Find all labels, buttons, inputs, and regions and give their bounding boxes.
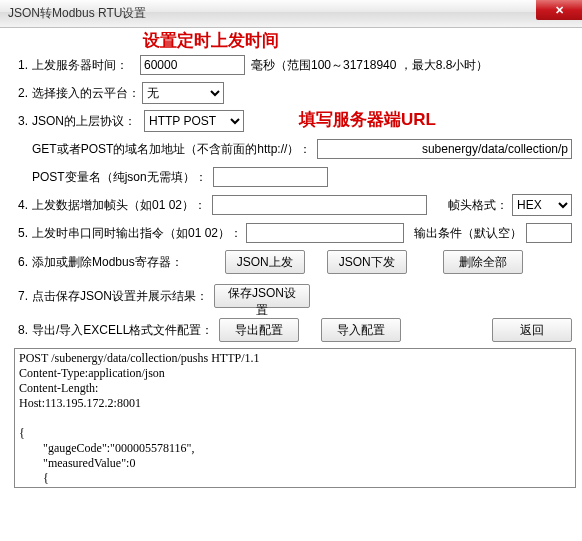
row8-num: 8. <box>10 323 28 337</box>
upload-interval-input[interactable] <box>140 55 245 75</box>
frame-header-input[interactable] <box>212 195 427 215</box>
cloud-platform-select[interactable]: 无 <box>142 82 224 104</box>
row-url: GET或者POST的域名加地址（不含前面的http://）： <box>10 138 572 160</box>
content-area: 设置定时上发时间 填写服务器端URL 1. 上发服务器时间： 毫秒（范围100～… <box>0 28 582 494</box>
row-upload-interval: 1. 上发服务器时间： 毫秒（范围100～31718940 ，最大8.8小时） <box>10 54 572 76</box>
json-download-button[interactable]: JSON下发 <box>327 250 407 274</box>
row6-label: 添加或删除Modbus寄存器： <box>32 254 183 271</box>
back-button[interactable]: 返回 <box>492 318 572 342</box>
row1-num: 1. <box>10 58 28 72</box>
export-config-button[interactable]: 导出配置 <box>219 318 299 342</box>
post-var-label: POST变量名（纯json无需填）： <box>32 169 207 186</box>
url-input[interactable] <box>317 139 572 159</box>
row5-label: 上发时串口同时输出指令（如01 02）： <box>32 225 242 242</box>
delete-all-button[interactable]: 删除全部 <box>443 250 523 274</box>
window-title: JSON转Modbus RTU设置 <box>8 5 146 22</box>
output-cond-input[interactable] <box>526 223 572 243</box>
row-excel-io: 8. 导出/导入EXCELL格式文件配置： 导出配置 导入配置 返回 <box>10 318 572 342</box>
import-config-button[interactable]: 导入配置 <box>321 318 401 342</box>
http-preview[interactable]: POST /subenergy/data/collection/pushs HT… <box>14 348 576 488</box>
row-post-varname: POST变量名（纯json无需填）： <box>10 166 572 188</box>
save-json-button[interactable]: 保存JSON设置 <box>214 284 310 308</box>
close-icon: ✕ <box>555 4 564 17</box>
row3-num: 3. <box>10 114 28 128</box>
row4-label: 上发数据增加帧头（如01 02）： <box>32 197 206 214</box>
row1-label: 上发服务器时间： <box>32 57 128 74</box>
row5-num: 5. <box>10 226 28 240</box>
post-var-input[interactable] <box>213 167 328 187</box>
row-save-json: 7. 点击保存JSON设置并展示结果： 保存JSON设置 <box>10 284 572 308</box>
close-button[interactable]: ✕ <box>536 0 582 20</box>
row-serial-output: 5. 上发时串口同时输出指令（如01 02）： 输出条件（默认空） <box>10 222 572 244</box>
row8-label: 导出/导入EXCELL格式文件配置： <box>32 322 213 339</box>
row4-num: 4. <box>10 198 28 212</box>
row-cloud-platform: 2. 选择接入的云平台： 无 <box>10 82 572 104</box>
url-label: GET或者POST的域名加地址（不含前面的http://）： <box>32 141 311 158</box>
row2-num: 2. <box>10 86 28 100</box>
row-modbus-registers: 6. 添加或删除Modbus寄存器： JSON上发 JSON下发 删除全部 <box>10 250 572 274</box>
json-upload-button[interactable]: JSON上发 <box>225 250 305 274</box>
output-cond-label: 输出条件（默认空） <box>414 225 522 242</box>
row6-num: 6. <box>10 255 28 269</box>
frame-format-label: 帧头格式： <box>448 197 508 214</box>
json-protocol-select[interactable]: HTTP POST <box>144 110 244 132</box>
row3-label: JSON的上层协议： <box>32 113 136 130</box>
serial-output-input[interactable] <box>246 223 404 243</box>
row-frame-header: 4. 上发数据增加帧头（如01 02）： 帧头格式： HEX <box>10 194 572 216</box>
row-json-protocol: 3. JSON的上层协议： HTTP POST <box>10 110 572 132</box>
row2-label: 选择接入的云平台： <box>32 85 140 102</box>
row7-label: 点击保存JSON设置并展示结果： <box>32 288 208 305</box>
frame-format-select[interactable]: HEX <box>512 194 572 216</box>
row1-suffix: 毫秒（范围100～31718940 ，最大8.8小时） <box>251 57 488 74</box>
titlebar: JSON转Modbus RTU设置 ✕ <box>0 0 582 28</box>
row7-num: 7. <box>10 289 28 303</box>
